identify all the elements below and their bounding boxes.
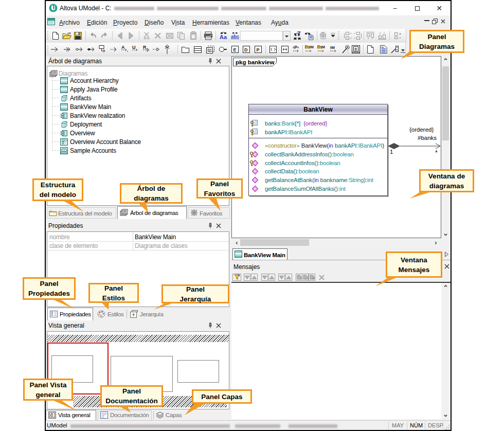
svg-text:M: M (322, 45, 325, 49)
svg-text:‹P›: ‹P› (293, 45, 299, 50)
svg-text:D: D (244, 47, 248, 52)
svg-text:abc: abc (231, 33, 239, 39)
svg-text:1: 1 (390, 149, 393, 155)
svg-text:E: E (233, 47, 237, 52)
svg-text:U: U (132, 45, 136, 50)
svg-text:pkg bankview: pkg bankview (236, 59, 274, 65)
svg-text:#banks: #banks (418, 135, 437, 141)
svg-text:IM: IM (310, 45, 314, 49)
svg-text:A: A (121, 45, 125, 50)
svg-text:R: R (143, 45, 147, 50)
svg-text:Aa: Aa (220, 34, 227, 40)
svg-text:0: 0 (355, 47, 357, 51)
svg-text:P: P (257, 47, 260, 52)
svg-text:*: * (435, 149, 438, 156)
svg-text:{ordered}: {ordered} (409, 127, 434, 133)
svg-text:IM: IM (330, 45, 335, 50)
